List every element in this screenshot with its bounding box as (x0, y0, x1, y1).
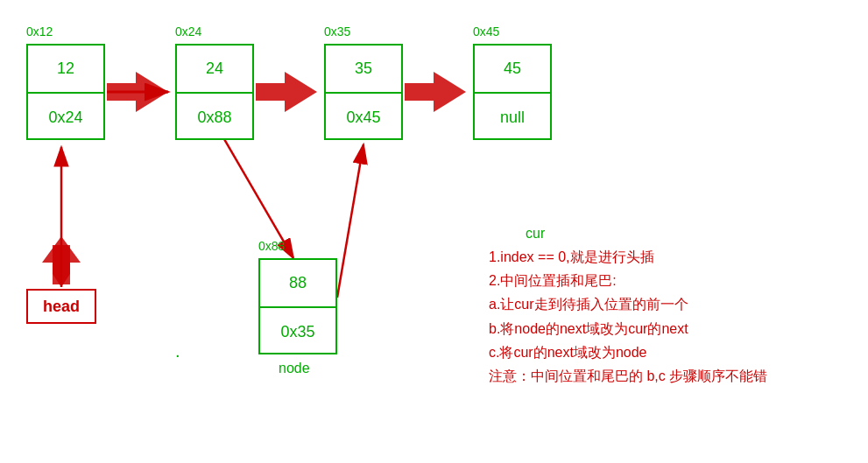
addr-label-node1: 0x12 (26, 25, 53, 39)
node88-next: 0x35 (260, 308, 335, 356)
addr-label-node4: 0x45 (473, 25, 499, 39)
node-box-1: 12 0x24 (26, 44, 105, 140)
svg-marker-5 (405, 72, 466, 112)
annotation-line-4: b.将node的next域改为cur的next (489, 317, 767, 340)
addr-label-node88: 0x88 (258, 239, 285, 253)
addr-label-node2: 0x24 (175, 25, 201, 39)
svg-line-10 (337, 144, 363, 298)
annotation-line-5: c.将cur的next域改为node (489, 340, 767, 364)
annotation-block: 1.index == 0,就是进行头插 2.中间位置插和尾巴: a.让cur走到… (489, 245, 767, 388)
svg-marker-8 (42, 236, 81, 284)
svg-marker-3 (107, 72, 168, 112)
annotation-line-6: 注意：中间位置和尾巴的 b,c 步骤顺序不能错 (489, 364, 767, 388)
node-label: node (279, 361, 310, 376)
node-box-4: 45 null (473, 44, 552, 140)
svg-marker-4 (256, 72, 317, 112)
node3-value: 35 (326, 46, 401, 94)
annotation-line-1: 1.index == 0,就是进行头插 (489, 245, 767, 269)
node4-next: null (475, 94, 550, 142)
node4-value: 45 (475, 46, 550, 94)
node3-next: 0x45 (326, 94, 401, 142)
node2-value: 24 (177, 46, 252, 94)
annotation-line-3: a.让cur走到待插入位置的前一个 (489, 292, 767, 316)
node-box-3: 35 0x45 (324, 44, 403, 140)
node1-value: 12 (28, 46, 103, 94)
svg-line-9 (215, 123, 293, 258)
svg-marker-7 (53, 245, 70, 287)
head-box: head (26, 289, 96, 324)
node1-next: 0x24 (28, 94, 103, 142)
dot-decoration: . (175, 341, 180, 361)
node-box-2: 24 0x88 (175, 44, 254, 140)
addr-label-node3: 0x35 (324, 25, 350, 39)
node2-next: 0x88 (177, 94, 252, 142)
cur-label: cur (526, 226, 545, 242)
node88-value: 88 (260, 260, 335, 308)
annotation-line-2: 2.中间位置插和尾巴: (489, 269, 767, 292)
node-box-88: 88 0x35 (258, 258, 337, 354)
